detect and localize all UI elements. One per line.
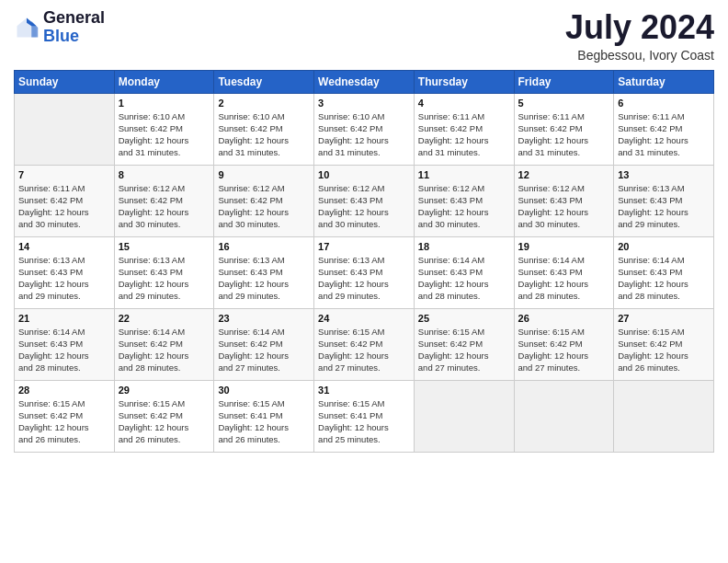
day-number: 6: [618, 98, 710, 109]
day-number: 10: [318, 169, 410, 180]
day-detail: Sunrise: 6:14 AM Sunset: 6:42 PM Dayligh…: [119, 326, 210, 374]
day-number: 8: [119, 169, 210, 180]
logo: General Blue: [14, 9, 105, 46]
week-row-4: 21Sunrise: 6:14 AM Sunset: 6:43 PM Dayli…: [15, 308, 714, 380]
calendar-cell: 29Sunrise: 6:15 AM Sunset: 6:42 PM Dayli…: [114, 380, 214, 452]
day-number: 17: [318, 241, 410, 252]
day-number: 23: [218, 313, 310, 324]
day-number: 16: [218, 241, 310, 252]
day-header-tuesday: Tuesday: [214, 70, 314, 93]
calendar-cell: 16Sunrise: 6:13 AM Sunset: 6:43 PM Dayli…: [214, 236, 314, 308]
day-detail: Sunrise: 6:15 AM Sunset: 6:42 PM Dayligh…: [618, 326, 710, 374]
day-detail: Sunrise: 6:14 AM Sunset: 6:43 PM Dayligh…: [418, 254, 510, 303]
calendar-table: SundayMondayTuesdayWednesdayThursdayFrid…: [14, 70, 714, 453]
day-detail: Sunrise: 6:11 AM Sunset: 6:42 PM Dayligh…: [518, 110, 610, 159]
day-number: 28: [18, 385, 110, 396]
days-header-row: SundayMondayTuesdayWednesdayThursdayFrid…: [15, 70, 714, 93]
day-detail: Sunrise: 6:13 AM Sunset: 6:43 PM Dayligh…: [119, 254, 210, 303]
calendar-cell: 6Sunrise: 6:11 AM Sunset: 6:42 PM Daylig…: [614, 93, 714, 165]
day-detail: Sunrise: 6:13 AM Sunset: 6:43 PM Dayligh…: [618, 182, 710, 231]
day-number: 14: [18, 241, 110, 252]
day-number: 4: [418, 98, 510, 109]
day-number: 18: [418, 241, 510, 252]
calendar-cell: 13Sunrise: 6:13 AM Sunset: 6:43 PM Dayli…: [614, 165, 714, 236]
day-number: 22: [119, 313, 210, 324]
calendar-cell: [414, 380, 514, 452]
day-detail: Sunrise: 6:11 AM Sunset: 6:42 PM Dayligh…: [418, 110, 510, 159]
calendar-cell: 30Sunrise: 6:15 AM Sunset: 6:41 PM Dayli…: [214, 380, 314, 452]
day-detail: Sunrise: 6:15 AM Sunset: 6:42 PM Dayligh…: [18, 397, 110, 446]
day-number: 25: [418, 313, 510, 324]
day-header-wednesday: Wednesday: [314, 70, 415, 93]
day-detail: Sunrise: 6:10 AM Sunset: 6:42 PM Dayligh…: [218, 110, 310, 159]
calendar-cell: 20Sunrise: 6:14 AM Sunset: 6:43 PM Dayli…: [614, 236, 714, 308]
day-number: 24: [318, 313, 410, 324]
day-number: 3: [318, 98, 410, 109]
day-detail: Sunrise: 6:14 AM Sunset: 6:43 PM Dayligh…: [18, 326, 110, 374]
day-detail: Sunrise: 6:13 AM Sunset: 6:43 PM Dayligh…: [18, 254, 110, 303]
day-detail: Sunrise: 6:15 AM Sunset: 6:42 PM Dayligh…: [418, 326, 510, 374]
day-detail: Sunrise: 6:13 AM Sunset: 6:43 PM Dayligh…: [318, 254, 410, 303]
day-header-monday: Monday: [114, 70, 214, 93]
week-row-5: 28Sunrise: 6:15 AM Sunset: 6:42 PM Dayli…: [15, 380, 714, 452]
calendar-cell: 14Sunrise: 6:13 AM Sunset: 6:43 PM Dayli…: [15, 236, 115, 308]
day-header-saturday: Saturday: [614, 70, 714, 93]
day-number: 26: [518, 313, 610, 324]
week-row-3: 14Sunrise: 6:13 AM Sunset: 6:43 PM Dayli…: [15, 236, 714, 308]
day-detail: Sunrise: 6:10 AM Sunset: 6:42 PM Dayligh…: [318, 110, 410, 159]
page: General Blue July 2024 Begbessou, Ivory …: [0, 0, 728, 563]
day-number: 31: [318, 385, 410, 396]
calendar-cell: [514, 380, 614, 452]
calendar-cell: 25Sunrise: 6:15 AM Sunset: 6:42 PM Dayli…: [414, 308, 514, 380]
day-number: 20: [618, 241, 710, 252]
calendar-cell: 17Sunrise: 6:13 AM Sunset: 6:43 PM Dayli…: [314, 236, 415, 308]
day-number: 21: [18, 313, 110, 324]
day-detail: Sunrise: 6:15 AM Sunset: 6:42 PM Dayligh…: [518, 326, 610, 374]
general-blue-icon: [14, 15, 40, 40]
month-year: July 2024: [565, 9, 714, 46]
day-detail: Sunrise: 6:12 AM Sunset: 6:43 PM Dayligh…: [318, 182, 410, 231]
day-header-friday: Friday: [514, 70, 614, 93]
day-number: 5: [518, 98, 610, 109]
calendar-cell: [15, 93, 115, 165]
day-detail: Sunrise: 6:12 AM Sunset: 6:43 PM Dayligh…: [518, 182, 610, 231]
day-number: 12: [518, 169, 610, 180]
logo-blue: Blue: [43, 28, 105, 46]
week-row-1: 1Sunrise: 6:10 AM Sunset: 6:42 PM Daylig…: [15, 93, 714, 165]
calendar-cell: 12Sunrise: 6:12 AM Sunset: 6:43 PM Dayli…: [514, 165, 614, 236]
day-detail: Sunrise: 6:15 AM Sunset: 6:42 PM Dayligh…: [318, 326, 410, 374]
day-number: 7: [18, 169, 110, 180]
calendar-cell: 22Sunrise: 6:14 AM Sunset: 6:42 PM Dayli…: [114, 308, 214, 380]
calendar-cell: 31Sunrise: 6:15 AM Sunset: 6:41 PM Dayli…: [314, 380, 415, 452]
location: Begbessou, Ivory Coast: [565, 48, 714, 63]
day-detail: Sunrise: 6:14 AM Sunset: 6:42 PM Dayligh…: [218, 326, 310, 374]
calendar-cell: 15Sunrise: 6:13 AM Sunset: 6:43 PM Dayli…: [114, 236, 214, 308]
calendar-cell: 10Sunrise: 6:12 AM Sunset: 6:43 PM Dayli…: [314, 165, 415, 236]
calendar-cell: 23Sunrise: 6:14 AM Sunset: 6:42 PM Dayli…: [214, 308, 314, 380]
calendar-cell: 21Sunrise: 6:14 AM Sunset: 6:43 PM Dayli…: [15, 308, 115, 380]
day-detail: Sunrise: 6:11 AM Sunset: 6:42 PM Dayligh…: [618, 110, 710, 159]
day-number: 30: [218, 385, 310, 396]
day-header-sunday: Sunday: [15, 70, 115, 93]
calendar-cell: 26Sunrise: 6:15 AM Sunset: 6:42 PM Dayli…: [514, 308, 614, 380]
day-detail: Sunrise: 6:10 AM Sunset: 6:42 PM Dayligh…: [119, 110, 210, 159]
day-detail: Sunrise: 6:12 AM Sunset: 6:42 PM Dayligh…: [119, 182, 210, 231]
calendar-cell: 1Sunrise: 6:10 AM Sunset: 6:42 PM Daylig…: [114, 93, 214, 165]
calendar-cell: 7Sunrise: 6:11 AM Sunset: 6:42 PM Daylig…: [15, 165, 115, 236]
day-number: 9: [218, 169, 310, 180]
calendar-cell: [614, 380, 714, 452]
calendar-cell: 8Sunrise: 6:12 AM Sunset: 6:42 PM Daylig…: [114, 165, 214, 236]
calendar-cell: 3Sunrise: 6:10 AM Sunset: 6:42 PM Daylig…: [314, 93, 415, 165]
day-number: 13: [618, 169, 710, 180]
calendar-cell: 19Sunrise: 6:14 AM Sunset: 6:43 PM Dayli…: [514, 236, 614, 308]
calendar-cell: 28Sunrise: 6:15 AM Sunset: 6:42 PM Dayli…: [15, 380, 115, 452]
day-number: 19: [518, 241, 610, 252]
logo-general: General: [43, 9, 105, 28]
calendar-cell: 5Sunrise: 6:11 AM Sunset: 6:42 PM Daylig…: [514, 93, 614, 165]
header: General Blue July 2024 Begbessou, Ivory …: [14, 9, 714, 63]
calendar-cell: 27Sunrise: 6:15 AM Sunset: 6:42 PM Dayli…: [614, 308, 714, 380]
week-row-2: 7Sunrise: 6:11 AM Sunset: 6:42 PM Daylig…: [15, 165, 714, 236]
day-detail: Sunrise: 6:12 AM Sunset: 6:43 PM Dayligh…: [418, 182, 510, 231]
calendar-cell: 24Sunrise: 6:15 AM Sunset: 6:42 PM Dayli…: [314, 308, 415, 380]
calendar-cell: 2Sunrise: 6:10 AM Sunset: 6:42 PM Daylig…: [214, 93, 314, 165]
